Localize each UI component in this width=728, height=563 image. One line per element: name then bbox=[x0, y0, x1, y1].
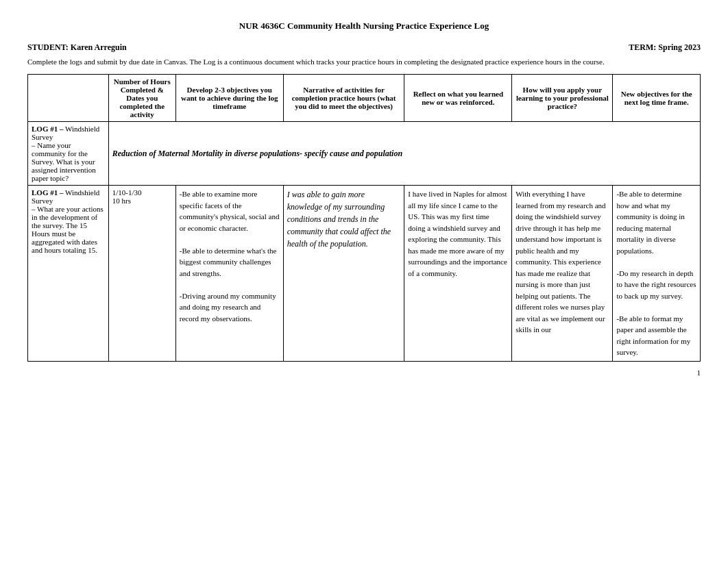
reduction-text-cell: Reduction of Maternal Mortality in diver… bbox=[108, 122, 700, 186]
log1-data-row: LOG #1 – Windshield Survey – What are yo… bbox=[28, 186, 701, 362]
log1-description-row: LOG #1 – Windshield Survey – Name your c… bbox=[28, 122, 701, 186]
term-info: TERM: Spring 2023 bbox=[629, 42, 701, 53]
log1-dates-cell: 1/10-1/30 10 hrs bbox=[108, 186, 175, 362]
log1-header-label: LOG #1 – bbox=[32, 125, 63, 133]
col-header-3: Develop 2-3 objectives you want to achie… bbox=[175, 75, 283, 122]
student-label: STUDENT: bbox=[27, 42, 69, 52]
log1-second-label-cell: LOG #1 – Windshield Survey – What are yo… bbox=[28, 186, 109, 362]
log1-second-desc: – What are your actions in the developme… bbox=[32, 205, 104, 254]
log1-reflect-cell: I have lived in Naples for almost all my… bbox=[404, 186, 512, 362]
instructions-text: Complete the logs and submit by due date… bbox=[27, 57, 701, 67]
col-header-6: How will you apply your learning to your… bbox=[512, 75, 613, 122]
student-name: Karen Arreguin bbox=[71, 42, 127, 52]
log1-label-cell: LOG #1 – Windshield Survey – Name your c… bbox=[28, 122, 109, 186]
log1-apply-cell: With everything I have learned from my r… bbox=[512, 186, 613, 362]
col-header-1 bbox=[28, 75, 109, 122]
table-header-row: Number of Hours Completed & Dates you co… bbox=[28, 75, 701, 122]
log1-narrative-cell: I was able to gain more knowledge of my … bbox=[283, 186, 404, 362]
col-header-2: Number of Hours Completed & Dates you co… bbox=[108, 75, 175, 122]
term-value: Spring 2023 bbox=[658, 42, 701, 52]
log1-second-label: LOG #1 – bbox=[32, 188, 63, 197]
log1-new-objectives-cell: -Be able to determine how and what my co… bbox=[613, 186, 701, 362]
term-label: TERM: bbox=[629, 42, 656, 52]
page-number: 1 bbox=[27, 368, 701, 377]
col-header-7: New objectives for the next log time fra… bbox=[613, 75, 701, 122]
col-header-4: Narrative of activities for completion p… bbox=[283, 75, 404, 122]
student-info: STUDENT: Karen Arreguin bbox=[27, 42, 127, 53]
header-section: STUDENT: Karen Arreguin TERM: Spring 202… bbox=[27, 42, 701, 53]
log1-header-desc: – Name your community for the Survey. Wh… bbox=[32, 141, 96, 182]
page-title: NUR 4636C Community Health Nursing Pract… bbox=[27, 21, 701, 32]
reduction-text: Reduction of Maternal Mortality in diver… bbox=[112, 149, 402, 158]
col-header-5: Reflect on what you learned new or was r… bbox=[404, 75, 512, 122]
log-table: Number of Hours Completed & Dates you co… bbox=[27, 74, 701, 362]
log1-objectives-cell: -Be able to examine more specific facets… bbox=[175, 186, 283, 362]
